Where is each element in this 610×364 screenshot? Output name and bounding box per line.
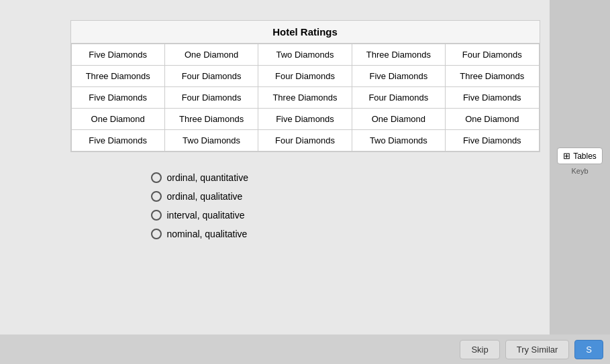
radio-option[interactable]: ordinal, quantitative (151, 172, 248, 183)
table-cell: Three Diamonds (446, 66, 539, 87)
table-cell: Five Diamonds (446, 87, 539, 109)
table-cell: Three Diamonds (71, 66, 164, 87)
radio-option[interactable]: nominal, qualitative (151, 229, 248, 239)
table-cell: Five Diamonds (71, 130, 164, 151)
table-cell: Three Diamonds (352, 44, 445, 66)
tables-label: Tables (573, 151, 597, 161)
radio-circle (151, 229, 162, 239)
table-row: Three DiamondsFour DiamondsFour Diamonds… (71, 66, 539, 87)
table-row: Five DiamondsOne DiamondTwo DiamondsThre… (71, 44, 539, 66)
radio-circle (151, 191, 162, 202)
table-cell: Five Diamonds (446, 130, 539, 151)
table-row: One DiamondThree DiamondsFive DiamondsOn… (71, 109, 539, 130)
radio-label: ordinal, qualitative (167, 191, 243, 202)
tables-button[interactable]: ⊞ Tables (557, 147, 603, 164)
skip-button[interactable]: Skip (460, 340, 499, 359)
table-cell: Four Diamonds (446, 44, 539, 66)
table-cell: Five Diamonds (71, 44, 164, 66)
radio-label: nominal, qualitative (167, 229, 248, 239)
right-panel: ⊞ Tables Keyb (550, 0, 610, 364)
radio-label: interval, qualitative (167, 210, 245, 221)
radio-circle (151, 172, 162, 183)
table-row: Five DiamondsTwo DiamondsFour DiamondsTw… (71, 130, 539, 151)
radio-label: ordinal, quantitative (167, 172, 248, 183)
table-cell: One Diamond (71, 109, 164, 130)
table-cell: One Diamond (352, 109, 445, 130)
radio-circle (151, 210, 162, 221)
grid-icon: ⊞ (563, 151, 570, 161)
table-cell: One Diamond (446, 109, 539, 130)
table-row: Five DiamondsFour DiamondsThree Diamonds… (71, 87, 539, 109)
bottom-bar: Skip Try Similar S (0, 335, 610, 364)
submit-button[interactable]: S (574, 340, 603, 359)
table-cell: Four Diamonds (164, 87, 258, 109)
main-content: Hotel Ratings Five DiamondsOne DiamondTw… (0, 0, 610, 364)
table-cell: Four Diamonds (258, 130, 352, 151)
table-cell: Four Diamonds (164, 66, 258, 87)
table-cell: Four Diamonds (352, 87, 445, 109)
keyb-label: Keyb (571, 167, 588, 175)
table-cell: Two Diamonds (352, 130, 445, 151)
ratings-table: Five DiamondsOne DiamondTwo DiamondsThre… (71, 44, 540, 151)
table-cell: One Diamond (164, 44, 258, 66)
table-cell: Three Diamonds (258, 87, 352, 109)
table-cell: Four Diamonds (258, 66, 352, 87)
radio-option[interactable]: interval, qualitative (151, 210, 245, 221)
table-cell: Two Diamonds (258, 44, 352, 66)
table-cell: Three Diamonds (164, 109, 258, 130)
table-cell: Two Diamonds (164, 130, 258, 151)
radio-option[interactable]: ordinal, qualitative (151, 191, 243, 202)
table-title: Hotel Ratings (71, 21, 540, 44)
options-area: ordinal, quantitativeordinal, qualitativ… (70, 172, 540, 239)
table-cell: Five Diamonds (258, 109, 352, 130)
table-cell: Five Diamonds (352, 66, 445, 87)
table-cell: Five Diamonds (71, 87, 164, 109)
try-similar-button[interactable]: Try Similar (505, 340, 570, 359)
table-container: Hotel Ratings Five DiamondsOne DiamondTw… (70, 20, 540, 152)
